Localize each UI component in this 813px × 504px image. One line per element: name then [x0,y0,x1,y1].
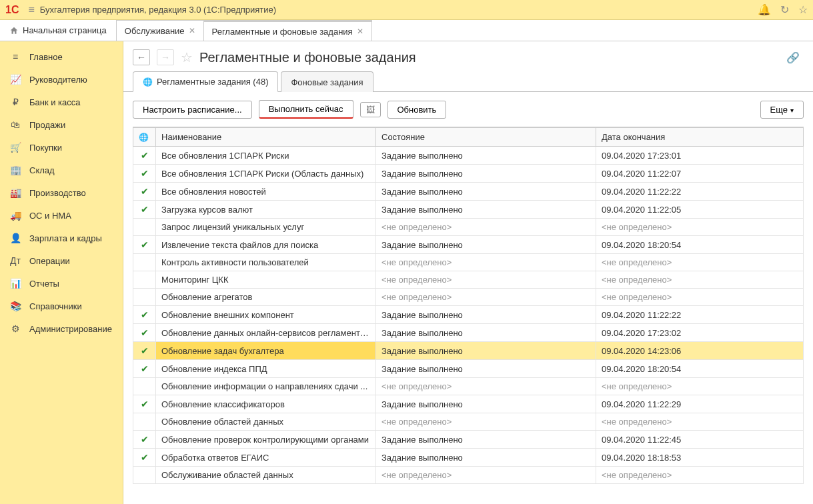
sidebar-item-4[interactable]: 🛒Покупки [0,136,123,159]
row-state: Задание выполнено [376,449,596,467]
table-row[interactable]: Обновление информации о направлениях сда… [133,378,804,395]
status-icon-header[interactable]: 🌐 [133,128,156,147]
main-menu-icon[interactable]: ≡ [28,4,34,16]
column-state[interactable]: Состояние [376,128,596,147]
sidebar-item-3[interactable]: 🛍Продажи [0,113,123,136]
back-button[interactable]: ← [133,49,150,65]
sidebar-item-label: Покупки [29,143,62,153]
table-row[interactable]: ✔Обновление задач бухгалтераЗадание выпо… [133,342,804,360]
more-button[interactable]: Еще▾ [760,101,804,119]
check-icon: ✔ [133,306,156,324]
home-tab[interactable]: Начальная страница [0,20,117,41]
sidebar-item-7[interactable]: 🚚ОС и НМА [0,204,123,227]
table-row[interactable]: ✔Загрузка курсов валютЗадание выполнено0… [133,201,804,219]
column-finish-date[interactable]: Дата окончания [596,128,804,147]
check-icon [133,413,156,431]
table-row[interactable]: ✔Обновление классификаторовЗадание выпол… [133,395,804,413]
check-icon [133,271,156,289]
subtab-background[interactable]: Фоновые задания [281,71,373,92]
table-row[interactable]: ✔Обновление проверок контролирующими орг… [133,431,804,449]
sidebar-item-0[interactable]: ≡Главное [0,45,123,68]
sidebar-item-2[interactable]: ₽Банк и касса [0,91,123,113]
check-icon [133,254,156,271]
row-state: <не определено> [376,254,596,271]
app-title: Бухгалтерия предприятия, редакция 3.0 (1… [40,5,758,15]
refresh-button[interactable]: Обновить [387,101,447,119]
sidebar: ≡Главное📈Руководителю₽Банк и касса🛍Прода… [0,41,123,504]
close-icon[interactable]: ✕ [357,27,363,36]
link-icon[interactable]: 🔗 [786,51,804,64]
app-logo: 1C [5,4,19,16]
close-icon[interactable]: ✕ [189,26,195,35]
table-row[interactable]: Обновление агрегатов<не определено><не о… [133,289,804,306]
history-icon[interactable]: ↻ [780,3,789,16]
tab-label: Обслуживание [125,26,185,36]
check-icon [133,467,156,484]
row-name: Обновление областей данных [156,413,376,431]
table-row[interactable]: ✔Извлечение текста файлов для поискаЗада… [133,236,804,254]
row-name: Обновление индекса ППД [156,360,376,378]
check-icon: ✔ [133,395,156,413]
table-row[interactable]: Контроль активности пользователей<не опр… [133,254,804,271]
sidebar-item-10[interactable]: 📊Отчеты [0,272,123,295]
sidebar-icon: 🛒 [9,142,21,153]
row-state: Задание выполнено [376,236,596,254]
row-name: Все обновления 1СПАРК Риски (Область дан… [156,165,376,183]
sidebar-item-5[interactable]: 🏢Склад [0,159,123,181]
table-row[interactable]: ✔Все обновления 1СПАРК Риски (Область да… [133,165,804,183]
sidebar-icon: 📊 [9,278,21,289]
card-view-button[interactable]: 🖼 [360,102,381,117]
sidebar-item-label: Продажи [29,120,65,130]
table-row[interactable]: ✔Все обновления новостейЗадание выполнен… [133,183,804,201]
sidebar-item-6[interactable]: 🏭Производство [0,181,123,204]
run-now-button[interactable]: Выполнить сейчас [259,100,353,119]
row-state: <не определено> [376,271,596,289]
table-row[interactable]: ✔Все обновления 1СПАРК РискиЗадание выпо… [133,147,804,165]
row-state: <не определено> [376,289,596,306]
table-row[interactable]: ✔Обновление данных онлайн-сервисов регла… [133,324,804,342]
row-name: Обновление агрегатов [156,289,376,306]
check-icon: ✔ [133,236,156,254]
tab-maintenance[interactable]: Обслуживание ✕ [117,20,204,41]
sidebar-item-1[interactable]: 📈Руководителю [0,68,123,91]
table-row[interactable]: ✔Обновление внешних компонентЗадание вып… [133,306,804,324]
sidebar-icon: 🏭 [9,187,21,198]
sidebar-icon: 🛍 [9,119,21,130]
row-name: Извлечение текста файлов для поиска [156,236,376,254]
sidebar-item-11[interactable]: 📚Справочники [0,295,123,317]
subtab-scheduled[interactable]: 🌐 Регламентные задания (48) [133,71,278,92]
sidebar-item-8[interactable]: 👤Зарплата и кадры [0,227,123,249]
row-state: <не определено> [376,467,596,484]
row-name: Обновление задач бухгалтера [156,342,376,360]
jobs-table: 🌐 Наименование Состояние Дата окончания … [133,127,804,484]
favorite-star-icon[interactable]: ☆ [181,49,193,65]
sidebar-icon: 📈 [9,74,21,85]
table-row[interactable]: Мониторинг ЦКК<не определено><не определ… [133,271,804,289]
row-date: 09.04.2020 11:22:07 [596,165,804,183]
row-state: Задание выполнено [376,395,596,413]
column-name[interactable]: Наименование [156,128,376,147]
row-state: Задание выполнено [376,342,596,360]
row-date: <не определено> [596,467,804,484]
table-row[interactable]: ✔Обновление индекса ППДЗадание выполнено… [133,360,804,378]
table-row[interactable]: ✔Обработка ответов ЕГАИСЗадание выполнен… [133,449,804,467]
table-row[interactable]: Запрос лицензий уникальных услуг<не опре… [133,219,804,236]
sidebar-item-12[interactable]: ⚙Администрирование [0,317,123,340]
row-date: 09.04.2020 18:20:54 [596,360,804,378]
table-row[interactable]: Обслуживание областей данных<не определе… [133,467,804,484]
sidebar-item-9[interactable]: ДтОперации [0,249,123,272]
check-icon: ✔ [133,201,156,219]
tab-scheduled-jobs[interactable]: Регламентные и фоновые задания ✕ [204,20,372,41]
row-state: Задание выполнено [376,183,596,201]
row-state: <не определено> [376,413,596,431]
check-icon: ✔ [133,431,156,449]
row-date: 09.04.2020 14:23:06 [596,342,804,360]
sidebar-item-label: Справочники [29,301,82,311]
row-name: Обновление внешних компонент [156,306,376,324]
star-icon[interactable]: ☆ [798,3,808,16]
table-row[interactable]: Обновление областей данных<не определено… [133,413,804,431]
row-name: Обновление проверок контролирующими орга… [156,431,376,449]
bell-icon[interactable]: 🔔 [758,3,771,16]
check-icon [133,378,156,395]
configure-schedule-button[interactable]: Настроить расписание... [133,101,252,119]
